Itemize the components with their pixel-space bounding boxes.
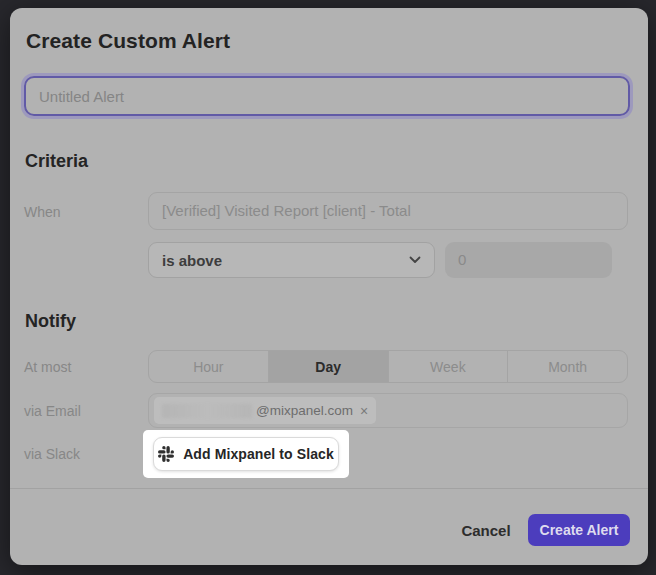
footer-divider <box>10 488 648 489</box>
create-custom-alert-dialog: Create Custom Alert Criteria When [Verif… <box>10 8 648 565</box>
criteria-heading: Criteria <box>25 151 88 172</box>
frequency-option-hour[interactable]: Hour <box>149 351 268 382</box>
metric-field[interactable]: [Verified] Visited Report [client] - Tot… <box>148 192 628 230</box>
cancel-button[interactable]: Cancel <box>454 514 518 546</box>
redacted-email-username <box>162 404 252 418</box>
dialog-title: Create Custom Alert <box>26 29 230 53</box>
threshold-input[interactable]: 0 <box>445 242 612 278</box>
at-most-label: At most <box>24 359 71 375</box>
frequency-option-week[interactable]: Week <box>388 351 508 382</box>
frequency-option-day[interactable]: Day <box>268 351 388 382</box>
operator-selected-value: is above <box>162 252 409 269</box>
remove-email-icon[interactable]: × <box>360 404 368 418</box>
when-label: When <box>24 204 61 220</box>
email-recipients-field[interactable]: @mixpanel.com × <box>148 393 628 428</box>
alert-name-input[interactable] <box>24 76 630 116</box>
email-recipient-chip: @mixpanel.com × <box>154 397 376 424</box>
slack-button-label: Add Mixpanel to Slack <box>183 446 334 462</box>
email-domain-text: @mixpanel.com <box>256 403 353 418</box>
via-email-label: via Email <box>24 403 81 419</box>
frequency-option-month[interactable]: Month <box>507 351 627 382</box>
operator-select[interactable]: is above <box>148 242 435 278</box>
chevron-down-icon <box>409 256 421 264</box>
add-mixpanel-to-slack-button[interactable]: Add Mixpanel to Slack <box>153 437 339 471</box>
create-alert-button[interactable]: Create Alert <box>528 514 630 546</box>
notify-heading: Notify <box>25 311 76 332</box>
via-slack-label: via Slack <box>24 446 80 462</box>
slack-button-spotlight: Add Mixpanel to Slack <box>143 430 349 478</box>
frequency-segmented-control: Hour Day Week Month <box>148 350 628 383</box>
slack-icon <box>158 446 174 462</box>
